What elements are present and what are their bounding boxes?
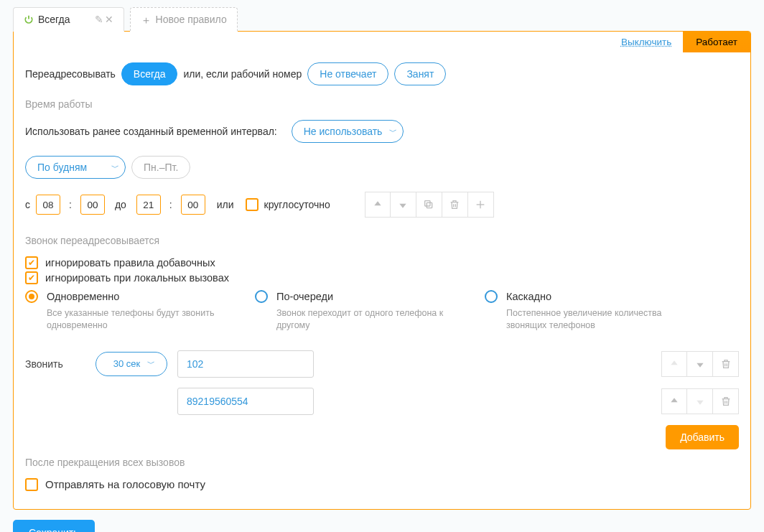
pill-busy[interactable]: Занят [394,62,446,85]
tab-always[interactable]: Всегда ✎ ✕ [13,7,124,32]
mode-simultaneous: Одновременно Все указанные телефоны буду… [25,290,233,332]
interval-row: Использовать ранее созданный временной и… [25,120,739,143]
redirect-heading: Звонок переадресовывается [25,235,739,246]
radio-sequential[interactable] [255,290,268,303]
timerange-row: с : до : или круглосуточно [25,192,739,218]
mode-a-desc: Все указанные телефоны будут звонить одн… [25,307,233,332]
time-actions [365,192,494,218]
svg-rect-1 [425,201,430,206]
move-down-icon[interactable] [391,192,416,218]
day-select[interactable]: По будням ﹀ [25,156,126,179]
status-bar: Выключить Работает [14,32,750,52]
rule-panel: Выключить Работает Переадресовывать Всег… [13,31,751,510]
plus-icon: ＋ [141,14,152,25]
edit-icon[interactable]: ✎ [95,14,103,24]
checkbox-ignore-ext[interactable] [25,256,38,269]
number-field-1[interactable] [177,350,314,378]
mode-cascade: Каскадно Постепенное увеличение количест… [485,290,693,332]
mode-b-title: По-очереди [276,291,333,302]
chevron-down-icon: ﹀ [147,358,155,369]
checkbox-ignore-local[interactable] [25,271,38,284]
row2-actions [661,388,739,414]
tab-bar: Всегда ✎ ✕ ＋ Новое правило [13,7,751,32]
colon: : [69,199,72,210]
number-field-2[interactable] [177,388,314,415]
modes-row: Одновременно Все указанные телефоны буду… [25,290,739,332]
trash-icon[interactable] [713,388,739,414]
chevron-down-icon: ﹀ [111,162,119,173]
chk-ignore-ext: игнорировать правила добавочных [25,256,739,269]
chk-ignore-ext-label: игнорировать правила добавочных [45,257,215,269]
voicemail-row: Отправлять на голосовую почту [25,478,739,491]
interval-label: Использовать ранее созданный временной и… [25,126,277,137]
mode-c-desc: Постепенное увеличение количества звонящ… [485,307,693,332]
radio-simultaneous[interactable] [25,290,38,303]
save-button[interactable]: Сохранить [13,520,95,532]
add-icon[interactable] [468,192,494,218]
tab-new-label: Новое правило [156,14,227,25]
after-heading: После прекращения всех вызовов [25,457,739,468]
pill-no-answer[interactable]: Не отвечает [307,62,388,85]
time-from-hour[interactable] [36,195,60,215]
mode-b-desc: Звонок переходит от одного телефона к др… [255,307,463,332]
voicemail-label: Отправлять на голосовую почту [45,478,205,490]
worktime-heading: Время работы [25,98,739,110]
duration-select[interactable]: 30 сек ﹀ [96,352,167,376]
forward-mid: или, если рабочий номер [183,68,302,80]
mode-c-title: Каскадно [506,291,551,302]
dayselect-row: По будням ﹀ Пн.–Пт. [25,156,739,179]
trash-icon[interactable] [442,192,468,218]
copy-icon[interactable] [416,192,442,218]
disable-link[interactable]: Выключить [610,32,683,52]
chk-ignore-local-label: игнорировать при локальных вызовах [45,272,229,284]
interval-value: Не использовать [304,126,383,137]
radio-cascade[interactable] [485,290,498,303]
call-row-1: Звонить 30 сек ﹀ [25,350,739,378]
svg-rect-0 [427,202,432,207]
chevron-down-icon: ﹀ [389,126,397,137]
trash-icon[interactable] [713,351,739,377]
close-icon[interactable]: ✕ [105,14,113,24]
call-block: Звонить 30 сек ﹀ [25,350,739,449]
chk-ignore-local: игнорировать при локальных вызовах [25,271,739,284]
pill-always[interactable]: Всегда [121,62,178,85]
call-row-2 [25,388,739,415]
add-button[interactable]: Добавить [666,425,739,449]
from-label: с [25,199,30,210]
tab-always-label: Всегда [38,14,70,25]
tab-new-rule[interactable]: ＋ Новое правило [130,7,238,32]
move-up-icon[interactable] [661,388,687,414]
call-label: Звонить [25,358,85,370]
mode-a-title: Одновременно [47,291,119,302]
row1-actions [661,351,739,377]
forward-row: Переадресовывать Всегда или, если рабочи… [25,62,739,85]
footer: Сохранить [13,520,751,532]
move-up-icon[interactable] [661,351,687,377]
colon: : [169,199,172,210]
power-icon [24,14,34,24]
mode-sequential: По-очереди Звонок переходит от одного те… [255,290,463,332]
time-to-hour[interactable] [136,195,161,215]
move-up-icon[interactable] [365,192,391,218]
tab-actions: ✎ ✕ [95,14,113,24]
day-hint: Пн.–Пт. [131,156,190,179]
allday-label: круглосуточно [264,199,330,210]
day-value: По будням [37,162,87,173]
move-down-icon[interactable] [687,351,713,377]
allday-checkbox[interactable] [246,198,258,211]
move-down-icon[interactable] [687,388,713,414]
checkbox-voicemail[interactable] [25,478,38,491]
time-from-min[interactable] [80,195,105,215]
to-label: до [115,199,126,210]
status-badge: Работает [683,32,750,52]
time-to-min[interactable] [181,195,205,215]
interval-select[interactable]: Не использовать ﹀ [292,120,404,143]
duration-value: 30 сек [113,358,141,369]
forward-label: Переадресовывать [25,68,116,80]
or-label: или [217,199,234,210]
